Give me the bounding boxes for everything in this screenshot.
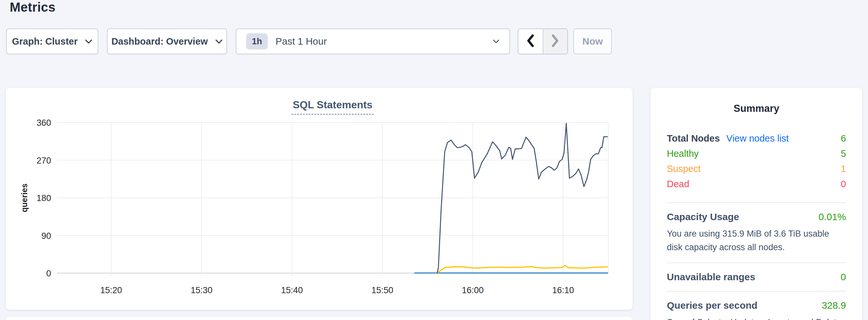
node-status-value: 1 — [841, 164, 846, 174]
summary-panel: Summary Total NodesView nodes list6Healt… — [651, 88, 862, 320]
divider — [667, 262, 846, 263]
next-timespan-button[interactable] — [543, 29, 567, 54]
chevron-down-icon — [85, 39, 92, 44]
node-status-row: Dead0 — [667, 179, 846, 194]
node-status-value: 0 — [841, 179, 846, 189]
view-nodes-list-link[interactable]: View nodes list — [726, 133, 789, 144]
summary-metric-value: 328.9 — [822, 300, 846, 311]
graph-dropdown-label: Graph: Cluster — [12, 36, 78, 47]
svg-text:15:40: 15:40 — [281, 285, 303, 295]
node-status-rows: Total NodesView nodes list6Healthy5Suspe… — [667, 133, 846, 194]
time-window-selector[interactable]: 1h Past 1 Hour — [236, 28, 510, 54]
chevron-down-icon — [215, 39, 223, 44]
sql-statements-chart-card: SQL Statements 09018027036015:2015:3015:… — [6, 88, 632, 310]
node-status-label: Total Nodes — [667, 133, 720, 144]
chevron-down-icon — [493, 39, 500, 44]
summary-sections: Capacity Usage0.01%You are using 315.9 M… — [667, 202, 846, 320]
svg-text:90: 90 — [41, 231, 51, 241]
summary-metric-label: Unavailable ranges — [667, 271, 755, 283]
node-status-row: Suspect1 — [667, 164, 846, 179]
sql-statements-chart[interactable]: 09018027036015:2015:3015:4015:5016:0016:… — [6, 88, 632, 310]
node-status-row: Total NodesView nodes list6 — [667, 133, 846, 148]
node-status-label: Healthy — [667, 148, 699, 159]
summary-metric-section: Queries per second328.9Sum of Selects, U… — [667, 300, 846, 320]
summary-title: Summary — [667, 103, 846, 115]
yellow-line — [437, 265, 607, 273]
time-window-label: Past 1 Hour — [276, 36, 327, 47]
svg-text:0: 0 — [46, 268, 51, 278]
time-window-badge: 1h — [246, 33, 268, 50]
navy-line — [437, 124, 607, 273]
node-status-value: 6 — [841, 133, 846, 144]
summary-metric-value: 0 — [840, 271, 846, 283]
divider — [667, 291, 846, 292]
node-status-value: 5 — [841, 148, 846, 159]
summary-metric-section: Unavailable ranges0 — [667, 271, 846, 283]
node-status-label: Dead — [667, 179, 689, 189]
svg-text:16:10: 16:10 — [552, 285, 574, 295]
chart-title-wrap: SQL Statements — [57, 99, 608, 115]
summary-metric-value: 0.01% — [818, 212, 846, 222]
svg-text:15:30: 15:30 — [190, 285, 213, 295]
graph-dropdown[interactable]: Graph: Cluster — [6, 28, 98, 54]
dashboard-dropdown-label: Dashboard: Overview — [111, 36, 208, 47]
y-axis-label: queries — [20, 184, 29, 212]
svg-text:360: 360 — [36, 118, 51, 128]
page-title: Metrics — [10, 0, 55, 14]
dashboard-dropdown[interactable]: Dashboard: Overview — [107, 28, 227, 54]
summary-metric-label: Queries per second — [667, 300, 757, 311]
summary-metric-label: Capacity Usage — [667, 212, 739, 222]
next-chart-card-sliver — [6, 317, 632, 320]
metrics-page: { "page": { "title": "Metrics" }, "contr… — [0, 0, 868, 320]
svg-text:15:50: 15:50 — [371, 285, 393, 295]
divider — [667, 202, 846, 203]
chevron-left-icon — [526, 34, 534, 49]
now-button-label: Now — [583, 36, 603, 47]
now-button[interactable]: Now — [574, 28, 612, 54]
chevron-right-icon — [551, 34, 559, 49]
chart-grid — [57, 123, 608, 276]
svg-text:16:00: 16:00 — [462, 285, 484, 295]
svg-text:15:20: 15:20 — [100, 285, 122, 295]
summary-metric-desc: You are using 315.9 MiB of 3.6 TiB usabl… — [667, 227, 846, 254]
node-status-row: Healthy5 — [667, 148, 846, 164]
summary-metric-desc: Sum of Selects, Updates, Inserts, and De… — [667, 316, 846, 320]
chart-title[interactable]: SQL Statements — [291, 99, 374, 115]
chart-series — [415, 124, 607, 273]
svg-text:180: 180 — [36, 193, 51, 203]
summary-metric-section: Capacity Usage0.01%You are using 315.9 M… — [667, 212, 846, 254]
node-status-label: Suspect — [667, 164, 701, 174]
svg-text:270: 270 — [36, 156, 51, 165]
previous-timespan-button[interactable] — [518, 29, 543, 54]
time-step-buttons — [518, 28, 568, 54]
